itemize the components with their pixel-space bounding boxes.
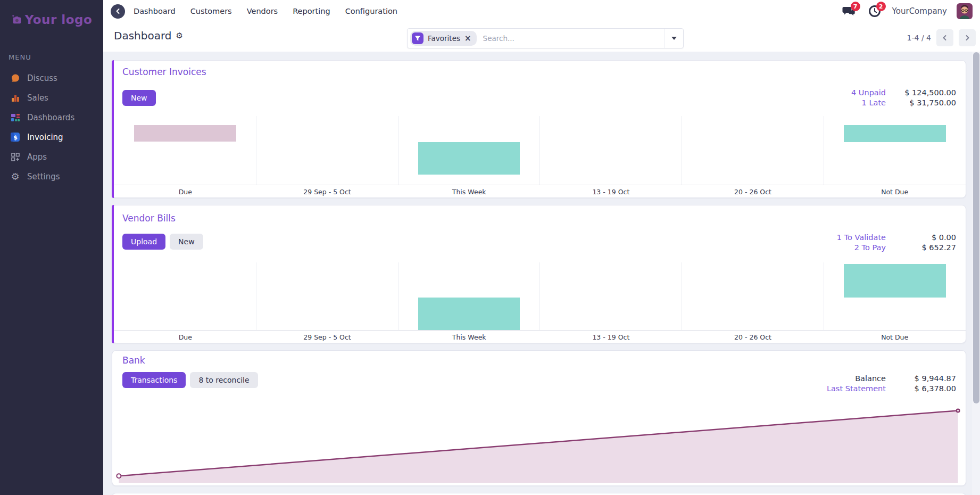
scrollbar-track[interactable] <box>972 52 980 495</box>
chevron-down-icon <box>671 37 677 40</box>
page-title-text: Dashboard <box>114 29 172 42</box>
to-validate-amount: $ 0.00 <box>893 233 956 242</box>
sidebar-item-sales[interactable]: Sales <box>0 88 103 108</box>
search-bar: Favorites × <box>407 28 684 48</box>
chart-column <box>398 262 541 330</box>
late-amount: $ 31,750.00 <box>893 98 956 107</box>
apps-icon <box>10 152 20 162</box>
search-dropdown-toggle[interactable] <box>664 29 683 48</box>
menu-vendors[interactable]: Vendors <box>247 7 278 15</box>
camera-icon <box>11 15 21 25</box>
chart-bar[interactable] <box>134 125 236 142</box>
menu-section-label: MENU <box>9 53 31 61</box>
favorites-filter-chip[interactable]: Favorites × <box>410 31 477 46</box>
scrollbar-thumb[interactable] <box>973 52 979 403</box>
card-buttons: Upload New <box>122 234 203 250</box>
menu-reporting[interactable]: Reporting <box>293 7 330 15</box>
chart-bar[interactable] <box>418 298 520 330</box>
x-axis-labels: Due29 Sep - 5 OctThis Week13 - 19 Oct20 … <box>114 331 966 342</box>
chart-column <box>540 116 682 185</box>
last-statement-link[interactable]: Last Statement <box>827 384 886 393</box>
vendor-bills-title[interactable]: Vendor Bills <box>122 213 176 224</box>
chart-plot-area <box>114 116 966 185</box>
sidebar-item-label: Invoicing <box>27 133 63 142</box>
partial-card <box>112 493 966 495</box>
card-accent-stripe <box>112 205 114 343</box>
discuss-icon <box>10 73 20 83</box>
axis-label: This Week <box>398 331 540 342</box>
last-statement-amount: $ 6,378.00 <box>893 384 956 393</box>
filter-funnel-icon <box>412 32 423 44</box>
sidebar-item-invoicing[interactable]: $ Invoicing <box>0 127 103 147</box>
unpaid-invoices-link[interactable]: 4 Unpaid <box>851 88 886 97</box>
late-invoices-link[interactable]: 1 Late <box>851 98 886 107</box>
new-bill-button[interactable]: New <box>170 234 203 250</box>
pager-previous-button[interactable] <box>936 29 953 46</box>
bank-title[interactable]: Bank <box>122 355 145 366</box>
user-avatar[interactable] <box>957 3 973 19</box>
sidebar-item-settings[interactable]: ⚙ Settings <box>0 167 103 186</box>
vendor-bills-chart[interactable]: Due29 Sep - 5 OctThis Week13 - 19 Oct20 … <box>114 262 966 342</box>
menu-dashboard[interactable]: Dashboard <box>134 7 176 15</box>
sidebar-item-dashboards[interactable]: Dashboards <box>0 108 103 127</box>
sidebar-menu: Discuss Sales Dashboards $ Invoicing <box>0 68 103 186</box>
axis-label: Due <box>114 331 256 342</box>
header: Dashboard Customers Vendors Reporting Co… <box>103 0 980 52</box>
card-stats: 1 To Validate $ 0.00 2 To Pay $ 652.27 <box>837 233 956 252</box>
page-title: Dashboard ⚙ <box>114 29 183 42</box>
top-navbar: Dashboard Customers Vendors Reporting Co… <box>103 0 980 22</box>
vendor-bills-card: Vendor Bills Upload New 1 To Validate $ … <box>112 205 966 343</box>
navbar-right: 7 2 YourCompany <box>841 3 973 19</box>
axis-label: 29 Sep - 5 Oct <box>256 185 398 196</box>
chart-column <box>824 262 966 330</box>
company-logo[interactable]: Your logo <box>0 13 103 27</box>
app-root: Your logo MENU Discuss Sales Dashboards <box>0 0 980 495</box>
dashboards-icon <box>10 112 20 122</box>
customer-invoices-chart[interactable]: Due29 Sep - 5 OctThis Week13 - 19 Oct20 … <box>114 116 966 196</box>
menu-configuration[interactable]: Configuration <box>345 7 397 15</box>
messages-button[interactable]: 7 <box>841 3 857 19</box>
chart-bar[interactable] <box>844 125 945 142</box>
bank-balance-chart[interactable] <box>115 407 961 483</box>
sales-icon <box>10 93 20 103</box>
to-pay-amount: $ 652.27 <box>893 243 956 252</box>
to-validate-link[interactable]: 1 To Validate <box>837 233 886 242</box>
activities-button[interactable]: 2 <box>867 3 883 19</box>
menu-customers[interactable]: Customers <box>190 7 232 15</box>
new-invoice-button[interactable]: New <box>122 90 156 106</box>
chart-column <box>398 116 541 185</box>
bank-card: Bank Transactions 8 to reconcile Balance… <box>112 350 966 486</box>
transactions-button[interactable]: Transactions <box>122 372 186 388</box>
axis-label: Not Due <box>824 331 966 342</box>
unpaid-amount: $ 124,500.00 <box>893 88 956 97</box>
chart-bar[interactable] <box>844 264 945 298</box>
app-menus: Dashboard Customers Vendors Reporting Co… <box>134 7 397 15</box>
chart-bar[interactable] <box>418 142 520 175</box>
card-accent-stripe <box>112 60 114 198</box>
back-button[interactable] <box>111 4 125 19</box>
chart-column <box>256 262 398 330</box>
to-pay-link[interactable]: 2 To Pay <box>837 243 886 252</box>
view-settings-gear-icon[interactable]: ⚙ <box>176 31 183 40</box>
pager: 1-4 / 4 <box>907 29 976 46</box>
control-panel: Dashboard ⚙ Favorites × <box>103 22 980 52</box>
axis-label: 13 - 19 Oct <box>540 331 682 342</box>
company-name[interactable]: YourCompany <box>892 6 947 16</box>
upload-bill-button[interactable]: Upload <box>122 234 165 250</box>
pager-next-button[interactable] <box>959 29 976 46</box>
to-reconcile-button[interactable]: 8 to reconcile <box>190 372 258 388</box>
card-stats: Balance $ 9,944.87 Last Statement $ 6,37… <box>827 374 956 393</box>
search-input[interactable] <box>477 34 664 43</box>
sidebar-item-discuss[interactable]: Discuss <box>0 68 103 88</box>
remove-filter-icon[interactable]: × <box>464 34 471 43</box>
avatar-image <box>957 3 973 19</box>
customer-invoices-title[interactable]: Customer Invoices <box>122 67 206 77</box>
main-area: Dashboard Customers Vendors Reporting Co… <box>103 0 980 495</box>
axis-label: 20 - 26 Oct <box>682 185 824 196</box>
card-buttons: New <box>122 90 156 106</box>
filter-chip-label: Favorites <box>428 34 460 43</box>
messages-badge: 7 <box>851 2 860 11</box>
activities-badge: 2 <box>876 2 886 11</box>
sidebar-item-apps[interactable]: Apps <box>0 147 103 167</box>
settings-gear-icon: ⚙ <box>10 171 20 182</box>
